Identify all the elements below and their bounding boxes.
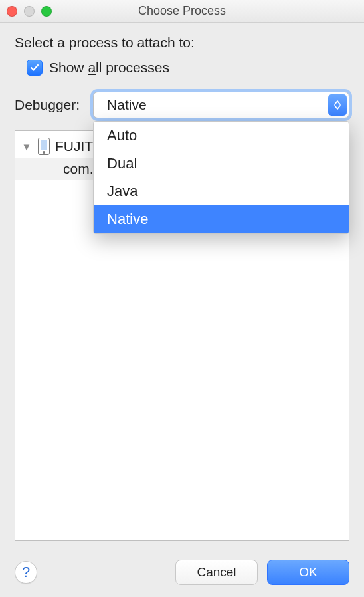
- dialog-footer: ? Cancel OK: [0, 550, 364, 597]
- debugger-label: Debugger:: [15, 97, 80, 113]
- debugger-select-wrap: Native Auto Dual Java Native: [93, 92, 349, 118]
- window-controls: [7, 6, 52, 17]
- chevron-up-down-icon: [328, 94, 347, 116]
- prompt-label: Select a process to attach to:: [15, 35, 349, 51]
- debugger-option-java[interactable]: Java: [94, 178, 349, 205]
- checkbox-label-mnemonic: a: [88, 60, 96, 75]
- debugger-option-native[interactable]: Native: [94, 205, 349, 233]
- minimize-icon[interactable]: [24, 6, 35, 17]
- disclosure-triangle-icon[interactable]: ▼: [21, 141, 33, 152]
- checkbox-label-post: ll processes: [96, 60, 169, 75]
- help-icon: ?: [22, 564, 30, 581]
- show-all-processes-checkbox[interactable]: Show all processes: [27, 60, 349, 76]
- ok-button-label: OK: [299, 565, 317, 580]
- checkbox-label: Show all processes: [49, 60, 169, 76]
- dialog-content: Select a process to attach to: Show all …: [0, 23, 364, 550]
- zoom-icon[interactable]: [41, 6, 52, 17]
- dialog-window: Choose Process Select a process to attac…: [0, 0, 364, 597]
- window-title: Choose Process: [0, 4, 364, 18]
- checkbox-icon: [27, 60, 43, 76]
- cancel-button[interactable]: Cancel: [175, 560, 258, 585]
- help-button[interactable]: ?: [15, 561, 37, 584]
- ok-button[interactable]: OK: [267, 560, 349, 585]
- debugger-option-dual[interactable]: Dual: [94, 150, 349, 178]
- debugger-dropdown: Auto Dual Java Native: [93, 121, 349, 234]
- debugger-option-auto[interactable]: Auto: [94, 122, 349, 150]
- device-icon: [38, 138, 50, 155]
- titlebar: Choose Process: [0, 0, 364, 23]
- debugger-select[interactable]: Native: [93, 92, 349, 118]
- close-icon[interactable]: [7, 6, 17, 17]
- debugger-select-value: Native: [107, 97, 147, 113]
- checkbox-label-pre: Show: [49, 60, 88, 75]
- debugger-row: Debugger: Native Auto Dual Java Native: [15, 92, 349, 118]
- cancel-button-label: Cancel: [197, 565, 236, 580]
